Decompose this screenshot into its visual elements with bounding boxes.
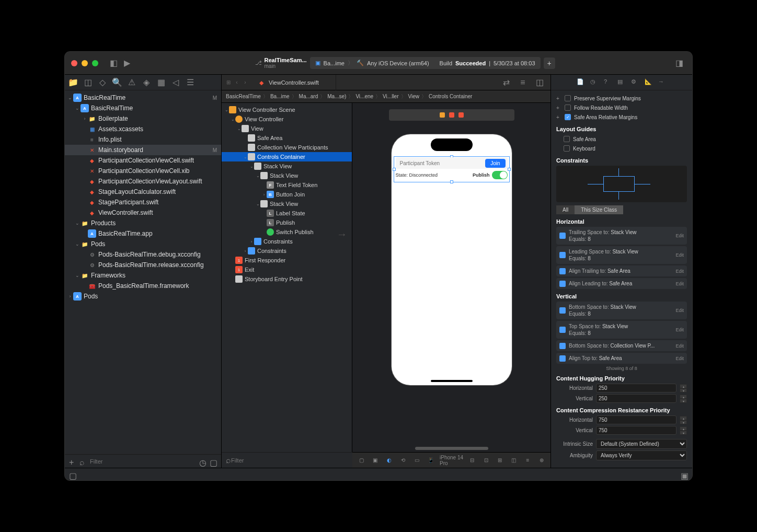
filter-input[interactable]	[90, 458, 196, 465]
outline-row[interactable]: ⌄Stack View	[222, 171, 352, 180]
phone-icon[interactable]: 📱	[426, 454, 436, 467]
size-inspector-tab[interactable]: 📐	[645, 78, 653, 87]
tree-row[interactable]: ⚙Pods-BasicRealTime.release.xcconfig	[65, 260, 221, 270]
report-tab[interactable]: ☰	[186, 78, 194, 87]
related-items-icon[interactable]: ⊞	[225, 76, 232, 89]
variables-toggle-icon[interactable]: ▣	[681, 471, 688, 478]
edit-button[interactable]: Edit	[675, 356, 684, 361]
crumb-item[interactable]: Ba...ime	[270, 94, 290, 99]
outline-row[interactable]: ›BButton Join	[222, 190, 352, 199]
safe-area-guide-row[interactable]: Safe Area	[556, 134, 687, 144]
scm-icon[interactable]: ▢	[210, 458, 217, 465]
align-icon[interactable]: ≡	[523, 454, 533, 467]
tree-row[interactable]: ◆StageParticipant.swift	[65, 197, 221, 207]
tree-row[interactable]: ✕ParticipantCollectionViewCell.xib	[65, 166, 221, 176]
tree-root[interactable]: ⌄ A BasicRealTime M	[65, 92, 221, 103]
tree-row[interactable]: ›APods	[65, 291, 221, 302]
minimize-icon[interactable]	[82, 60, 88, 66]
readable-width-row[interactable]: + Follow Readable Width	[556, 103, 687, 112]
recent-icon[interactable]: ◷	[199, 458, 207, 465]
scene-dock[interactable]	[389, 109, 514, 121]
tree-row[interactable]: ✕Main.storyboardM	[65, 145, 221, 155]
edit-button[interactable]: Edit	[675, 252, 684, 258]
outline-row[interactable]: ⌄Stack View	[222, 199, 352, 209]
edit-button[interactable]: Edit	[675, 343, 684, 349]
constraint-item[interactable]: Trailing Space to: Stack ViewEquals: 8Ed…	[556, 227, 687, 245]
constraint-item[interactable]: Align Leading to: Safe AreaEdit	[556, 278, 687, 289]
find-tab[interactable]: 🔍	[113, 78, 121, 87]
outline-row[interactable]: ⌄Stack View	[222, 161, 352, 171]
constraint-item[interactable]: Bottom Space to: Collection View P...Edi…	[556, 340, 687, 351]
forward-icon[interactable]: ›	[242, 76, 249, 89]
ib-canvas[interactable]: → Join S	[352, 103, 550, 468]
constraint-item[interactable]: Align Top to: Safe AreaEdit	[556, 353, 687, 364]
publish-switch[interactable]	[492, 171, 508, 179]
outline-row[interactable]: ⌄View Controller	[222, 114, 352, 124]
join-button[interactable]: Join	[485, 159, 505, 168]
constraint-item[interactable]: Leading Space to: Stack ViewEquals: 8Edi…	[556, 246, 687, 264]
tree-row[interactable]: ◆ParticipantCollectionViewLayout.swift	[65, 176, 221, 187]
constraint-filter-segment[interactable]: All This Size Class	[556, 205, 687, 214]
activity-viewer[interactable]: ▣ Ba...ime 〉 🔨 Any iOS Device (arm64) Bu…	[310, 57, 541, 69]
tree-row[interactable]: ◆ViewController.swift	[65, 207, 221, 218]
checkbox[interactable]	[564, 145, 570, 152]
outline-row[interactable]: FText Field Token	[222, 180, 352, 190]
stepper[interactable]: ▴▾	[680, 384, 687, 392]
outline-row[interactable]: ⌄Controls Container	[222, 152, 352, 161]
scrollbar[interactable]	[415, 447, 488, 450]
run-button[interactable]: ▶	[120, 56, 134, 70]
tree-row[interactable]: ›📁Boilerplate	[65, 113, 221, 124]
outline-row[interactable]: ›Constraints	[222, 246, 352, 256]
help-inspector-tab[interactable]: ?	[604, 78, 612, 87]
outline-row[interactable]: 1First Responder	[222, 256, 352, 265]
library-button[interactable]: ◨	[672, 56, 686, 70]
add-tab-button[interactable]: +	[544, 57, 555, 69]
outline-row[interactable]: Safe Area	[222, 133, 352, 143]
back-icon[interactable]: ‹	[233, 76, 240, 89]
tree-row[interactable]: ⌄ABasicRealTime	[65, 103, 221, 113]
checkbox[interactable]	[565, 95, 571, 101]
checkbox[interactable]	[564, 136, 570, 142]
crumb-item[interactable]: Ma...ard	[299, 94, 318, 99]
seg-size-class[interactable]: This Size Class	[575, 205, 623, 214]
appearance-icon[interactable]: ◐	[384, 454, 394, 467]
scheme-branch[interactable]: ⎇ RealTimeSam... main	[255, 57, 306, 69]
outline-row[interactable]: ›Constraints	[222, 237, 352, 246]
device-config-icon[interactable]: ▢	[357, 454, 366, 467]
outline-row[interactable]: Storyboard Entry Point	[222, 274, 352, 284]
vary-icon[interactable]: ⟲	[398, 454, 408, 467]
seg-all[interactable]: All	[556, 205, 575, 214]
outline-row[interactable]: ⌄View Controller Scene	[222, 105, 352, 114]
outline-row[interactable]: 1Exit	[222, 265, 352, 274]
crumb-item[interactable]: Ma...se)	[327, 94, 346, 99]
source-control-tab[interactable]: ◫	[84, 78, 92, 87]
connections-inspector-tab[interactable]: →	[658, 78, 667, 87]
tree-row[interactable]: ABasicRealTime.app	[65, 228, 221, 239]
test-tab[interactable]: ◈	[142, 78, 151, 87]
edit-button[interactable]: Edit	[675, 327, 684, 332]
tree-row[interactable]: ⚙Pods-BasicRealTime.debug.xcconfig	[65, 249, 221, 260]
constraint-visualizer[interactable]	[556, 166, 687, 202]
jump-bar[interactable]: BasicRealTime〉Ba...ime〉Ma...ard〉Ma...se)…	[222, 90, 550, 103]
participant-token-input[interactable]	[398, 160, 484, 166]
close-icon[interactable]	[71, 60, 77, 66]
swap-icon[interactable]: ⇄	[499, 76, 513, 89]
zoom-out-icon[interactable]: ⊟	[467, 454, 477, 467]
safearea-margins-row[interactable]: +✓ Safe Area Relative Margins	[556, 112, 687, 122]
checkbox[interactable]	[565, 105, 571, 111]
outline-row[interactable]: Collection View Participants	[222, 143, 352, 152]
orientation-icon[interactable]: ▣	[371, 454, 381, 467]
preserve-margins-row[interactable]: + Preserve Superview Margins	[556, 94, 687, 103]
outline-row[interactable]: ⌄View	[222, 124, 352, 133]
outline-row[interactable]: LLabel State	[222, 209, 352, 218]
constraint-item[interactable]: Top Space to: Stack ViewEquals: 8Edit	[556, 321, 687, 339]
project-navigator-tab[interactable]: 📁	[69, 78, 77, 87]
keyboard-guide-row[interactable]: Keyboard	[556, 144, 687, 153]
tree-row[interactable]: ◆StageLayoutCalculator.swift	[65, 187, 221, 197]
split-icon[interactable]: ◫	[533, 76, 546, 89]
stepper[interactable]: ▴▾	[680, 426, 687, 435]
symbol-tab[interactable]: ◇	[98, 78, 107, 87]
compression-horiz-input[interactable]	[596, 415, 676, 424]
hugging-horiz-input[interactable]	[596, 384, 676, 392]
attributes-inspector-tab[interactable]: ⚙	[631, 78, 639, 87]
